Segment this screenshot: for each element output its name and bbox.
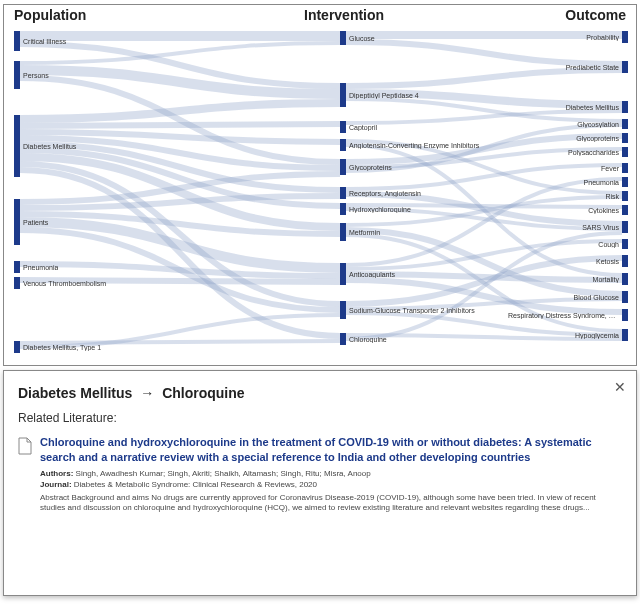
sankey-node-label: Prediabetic State	[566, 64, 619, 71]
sankey-node-label: Glycoproteins	[576, 135, 619, 142]
sankey-node-hypoglycemia[interactable]: Hypoglycemia	[508, 329, 628, 341]
detail-title: Diabetes Mellitus → Chloroquine	[18, 385, 622, 401]
sankey-node-anticoagulants[interactable]: Anticoagulants	[340, 263, 510, 285]
sankey-node-diabetes-mellitus[interactable]: Diabetes Mellitus	[14, 115, 154, 177]
literature-title[interactable]: Chloroquine and hydroxychloroquine in th…	[40, 435, 622, 465]
sankey-node-label: Dipeptidyl Peptidase 4	[349, 92, 419, 99]
sankey-node-label: Hypoglycemia	[575, 332, 619, 339]
sankey-node-blood-glucose[interactable]: Blood Glucose	[508, 291, 628, 303]
sankey-node-label: Polysaccharides	[568, 149, 619, 156]
sankey-node-ketosis[interactable]: Ketosis	[508, 255, 628, 267]
sankey-panel: Population Intervention Outcome Critical…	[3, 4, 637, 366]
sankey-node-prediabetic[interactable]: Prediabetic State	[508, 61, 628, 73]
sankey-node-dm[interactable]: Diabetes Mellitus	[508, 101, 628, 113]
detail-panel: ✕ Diabetes Mellitus → Chloroquine Relate…	[3, 370, 637, 596]
sankey-node-dm-type1[interactable]: Diabetes Mellitus, Type 1	[14, 341, 154, 353]
sankey-node-label: Diabetes Mellitus	[566, 104, 619, 111]
literature-item[interactable]: Chloroquine and hydroxychloroquine in th…	[18, 435, 622, 514]
sankey-node-label: SARS Virus	[582, 224, 619, 231]
sankey-node-cytokines[interactable]: Cytokines	[508, 205, 628, 215]
sankey-node-label: Respiratory Distress Syndrome, Adult	[508, 312, 619, 319]
sankey-node-label: Receptors, Angiotensin	[349, 190, 421, 197]
sankey-node-label: Hydroxychloroquine	[349, 206, 411, 213]
sankey-node-patients[interactable]: Patients	[14, 199, 154, 245]
sankey-node-vte[interactable]: Venous Thromboembolism	[14, 277, 154, 289]
sankey-node-label: Risk	[605, 193, 619, 200]
sankey-node-probability[interactable]: Probability	[508, 31, 628, 43]
sankey-node-label: Diabetes Mellitus, Type 1	[23, 344, 101, 351]
sankey-node-label: Anticoagulants	[349, 271, 395, 278]
sankey-node-label: Chloroquine	[349, 336, 387, 343]
sankey-node-label: Metformin	[349, 229, 380, 236]
literature-journal: Journal: Diabetes & Metabolic Syndrome: …	[40, 480, 622, 489]
sankey-node-cough[interactable]: Cough	[508, 239, 628, 249]
sankey-node-polysaccharides[interactable]: Polysaccharides	[508, 147, 628, 157]
sankey-node-label: Angiotensin-Converting Enzyme Inhibitors	[349, 142, 479, 149]
related-heading: Related Literature:	[18, 411, 622, 425]
sankey-node-receptors-ang[interactable]: Receptors, Angiotensin	[340, 187, 510, 199]
sankey-node-label: Cough	[598, 241, 619, 248]
sankey-node-label: Venous Thromboembolism	[23, 280, 106, 287]
sankey-node-label: Glycoproteins	[349, 164, 392, 171]
sankey-node-captopril[interactable]: Captopril	[340, 121, 510, 133]
sankey-node-label: Fever	[601, 165, 619, 172]
document-icon	[18, 437, 32, 455]
sankey-node-persons[interactable]: Persons	[14, 61, 154, 89]
detail-from: Diabetes Mellitus	[18, 385, 132, 401]
sankey-node-label: Diabetes Mellitus	[23, 143, 76, 150]
sankey-node-label: Glycosylation	[577, 121, 619, 128]
sankey-node-label: Pneumonia	[23, 264, 58, 271]
sankey-node-glycoproteins[interactable]: Glycoproteins	[340, 159, 510, 175]
sankey-node-sglt[interactable]: Sodium-Glucose Transporter 2 Inhibitors	[340, 301, 510, 319]
sankey-node-fever[interactable]: Fever	[508, 163, 628, 173]
sankey-node-label: Cytokines	[588, 207, 619, 214]
sankey-node-sars-virus[interactable]: SARS Virus	[508, 221, 628, 233]
sankey-node-pneumonia-o[interactable]: Pneumonia	[508, 177, 628, 187]
sankey-node-hcq[interactable]: Hydroxychloroquine	[340, 203, 510, 215]
sankey-node-label: Ketosis	[596, 258, 619, 265]
sankey-node-metformin[interactable]: Metformin	[340, 223, 510, 241]
sankey-node-critical-illness[interactable]: Critical Illness	[14, 31, 154, 51]
close-icon[interactable]: ✕	[614, 379, 626, 395]
sankey-node-label: Mortality	[593, 276, 619, 283]
sankey-node-label: Blood Glucose	[573, 294, 619, 301]
sankey-node-label: Pneumonia	[584, 179, 619, 186]
literature-abstract: Abstract Background and aims No drugs ar…	[40, 493, 622, 515]
sankey-node-label: Glucose	[349, 35, 375, 42]
sankey-node-glycoproteins-o[interactable]: Glycoproteins	[508, 133, 628, 143]
sankey-node-risk[interactable]: Risk	[508, 191, 628, 201]
sankey-node-acei[interactable]: Angiotensin-Converting Enzyme Inhibitors	[340, 139, 510, 151]
sankey-node-label: Captopril	[349, 124, 377, 131]
sankey-node-dpp4[interactable]: Dipeptidyl Peptidase 4	[340, 83, 510, 107]
sankey-node-rds-adult[interactable]: Respiratory Distress Syndrome, Adult	[508, 309, 628, 321]
detail-to: Chloroquine	[162, 385, 244, 401]
sankey-node-chloroquine[interactable]: Chloroquine	[340, 333, 510, 345]
sankey-node-pneumonia[interactable]: Pneumonia	[14, 261, 154, 273]
sankey-node-label: Probability	[586, 34, 619, 41]
sankey-node-label: Persons	[23, 72, 49, 79]
arrow-icon: →	[140, 385, 154, 401]
sankey-node-label: Critical Illness	[23, 38, 66, 45]
sankey-node-label: Patients	[23, 219, 48, 226]
sankey-node-label: Sodium-Glucose Transporter 2 Inhibitors	[349, 307, 475, 314]
sankey-node-glycosylation[interactable]: Glycosylation	[508, 119, 628, 129]
sankey-node-glucose[interactable]: Glucose	[340, 31, 510, 45]
sankey-node-mortality[interactable]: Mortality	[508, 273, 628, 285]
literature-authors: Authors: Singh, Awadhesh Kumar; Singh, A…	[40, 469, 622, 478]
